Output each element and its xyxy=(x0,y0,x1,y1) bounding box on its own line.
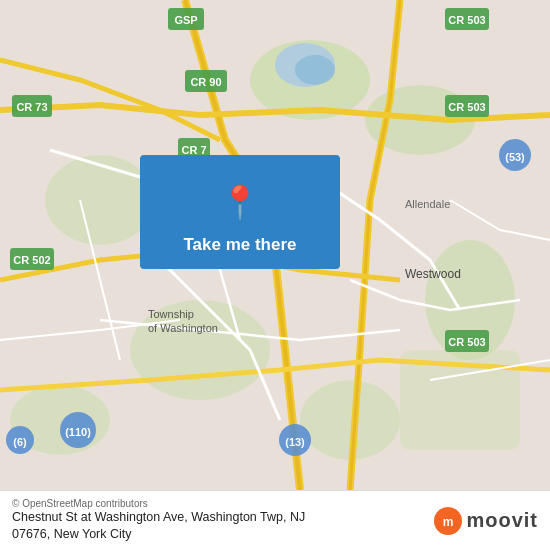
svg-text:GSP: GSP xyxy=(174,14,197,26)
svg-text:(6): (6) xyxy=(13,436,27,448)
moovit-text: moovit xyxy=(466,509,538,532)
moovit-icon: m xyxy=(434,507,462,535)
address-line1: Chestnut St at Washington Ave, Washingto… xyxy=(12,509,426,527)
svg-point-10 xyxy=(295,55,335,85)
svg-text:(53): (53) xyxy=(505,151,525,163)
svg-point-4 xyxy=(45,155,155,245)
svg-text:CR 502: CR 502 xyxy=(13,254,50,266)
svg-text:Westwood: Westwood xyxy=(405,267,461,281)
svg-text:CR 73: CR 73 xyxy=(16,101,47,113)
map-container: CR 503 CR 503 CR 73 CR 90 GSP CR 502 CR … xyxy=(0,0,550,490)
svg-text:CR 503: CR 503 xyxy=(448,101,485,113)
take-me-there-button[interactable]: 📍 Take me there xyxy=(140,155,340,269)
button-label: Take me there xyxy=(183,235,296,255)
location-pin-icon: 📍 xyxy=(220,183,260,221)
copyright-text: © OpenStreetMap contributors xyxy=(12,498,426,509)
address-line2: 07676, New York City xyxy=(12,526,426,544)
svg-text:Township: Township xyxy=(148,308,194,320)
svg-text:(13): (13) xyxy=(285,436,305,448)
address-section: © OpenStreetMap contributors Chestnut St… xyxy=(12,498,426,544)
svg-text:CR 503: CR 503 xyxy=(448,336,485,348)
svg-text:Allendale: Allendale xyxy=(405,198,450,210)
bottom-bar: © OpenStreetMap contributors Chestnut St… xyxy=(0,490,550,550)
svg-text:(110): (110) xyxy=(65,426,91,438)
svg-text:m: m xyxy=(443,515,454,529)
moovit-logo: m moovit xyxy=(434,507,538,535)
svg-text:CR 90: CR 90 xyxy=(190,76,221,88)
svg-text:CR 503: CR 503 xyxy=(448,14,485,26)
svg-text:of Washington: of Washington xyxy=(148,322,218,334)
